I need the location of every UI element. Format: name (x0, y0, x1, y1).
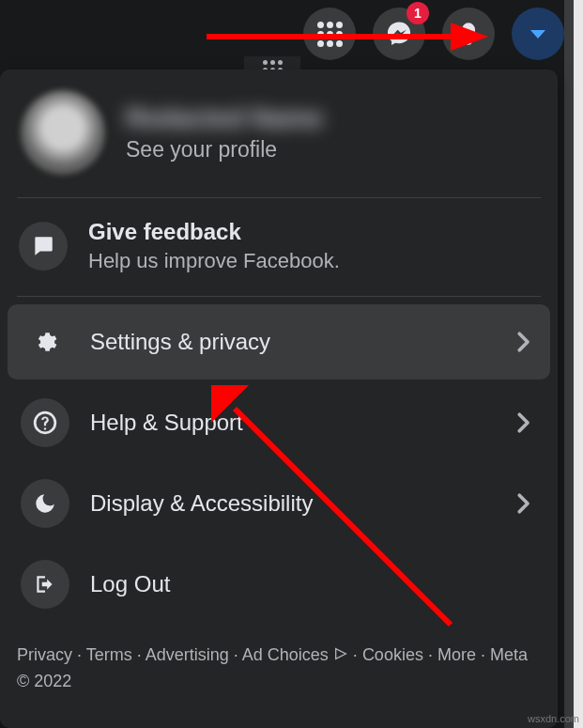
footer-terms[interactable]: Terms (86, 645, 132, 664)
settings-icon-circle (21, 318, 69, 366)
grid-icon (317, 22, 343, 47)
chevron-right-icon (509, 409, 537, 437)
help-icon-circle (21, 398, 69, 447)
menu-label: Display & Accessibility (90, 490, 488, 517)
profile-name: Redacted Name (126, 103, 323, 133)
scrollbar-track[interactable] (564, 0, 583, 728)
divider (17, 197, 541, 198)
profile-subtitle: See your profile (126, 137, 323, 163)
feedback-subtitle: Help us improve Facebook. (88, 249, 340, 273)
avatar (21, 90, 105, 175)
question-icon (33, 410, 57, 435)
menu-apps-button[interactable] (303, 8, 356, 60)
footer-adchoices[interactable]: Ad Choices (242, 645, 329, 664)
feedback-text: Give feedback Help us improve Facebook. (88, 219, 340, 273)
menu-list: Settings & privacy Help & Support Displa… (0, 304, 558, 622)
menu-item-settings-privacy[interactable]: Settings & privacy (8, 304, 550, 379)
chevron-right-icon (509, 489, 537, 518)
scrollbar-thumb[interactable] (574, 0, 583, 728)
adchoices-icon (333, 643, 348, 669)
feedback-row[interactable]: Give feedback Help us improve Facebook. (0, 206, 558, 288)
notifications-button[interactable] (442, 8, 495, 60)
menu-item-logout[interactable]: Log Out (8, 547, 550, 622)
menu-label: Log Out (90, 571, 537, 597)
chevron-right-icon (509, 328, 537, 356)
menu-label: Help & Support (90, 410, 488, 436)
gear-icon (33, 330, 57, 354)
feedback-icon-circle (19, 222, 68, 271)
profile-row[interactable]: Redacted Name See your profile (0, 79, 558, 190)
logout-icon-circle (21, 560, 69, 609)
footer-advertising[interactable]: Advertising (146, 645, 229, 664)
account-menu-button[interactable] (512, 8, 564, 60)
footer-more[interactable]: More (437, 645, 476, 664)
menu-item-help-support[interactable]: Help & Support (8, 385, 550, 460)
menu-item-display-accessibility[interactable]: Display & Accessibility (8, 466, 550, 541)
messenger-icon (385, 20, 413, 48)
feedback-icon (31, 234, 55, 258)
logout-icon (33, 572, 57, 596)
profile-text: Redacted Name See your profile (126, 103, 323, 163)
divider (17, 296, 541, 297)
caret-down-icon (530, 30, 545, 39)
feedback-title: Give feedback (88, 219, 340, 245)
bell-icon (455, 21, 482, 47)
watermark: wsxdn.com (528, 713, 579, 724)
notification-badge: 1 (407, 2, 429, 24)
footer-links: Privacy · Terms · Advertising · Ad Choic… (0, 627, 558, 694)
account-dropdown-panel: Redacted Name See your profile Give feed… (0, 70, 558, 728)
messenger-button[interactable]: 1 (373, 8, 425, 60)
moon-icon (33, 491, 57, 516)
footer-privacy[interactable]: Privacy (17, 645, 72, 664)
display-icon-circle (21, 479, 69, 528)
footer-cookies[interactable]: Cookies (362, 645, 423, 664)
menu-label: Settings & privacy (90, 329, 488, 355)
